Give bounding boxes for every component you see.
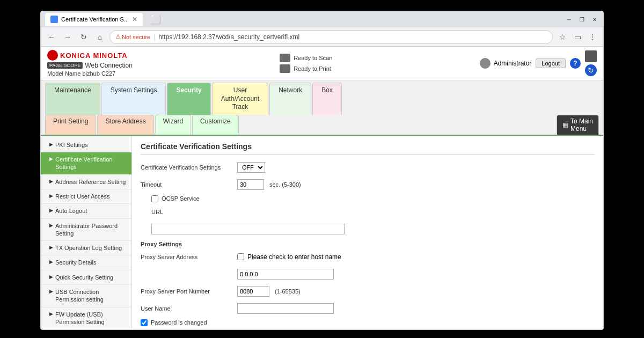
main-menu-grid-icon: ▦ bbox=[562, 121, 568, 129]
timeout-hint: sec. (5-300) bbox=[269, 181, 301, 188]
proxy-host-check-area: Please check to enter host name bbox=[237, 253, 341, 261]
konica-logo: KONICA MINOLTA bbox=[47, 50, 133, 61]
proxy-host-check-label: Please check to enter host name bbox=[247, 253, 341, 261]
logout-button[interactable]: Logout bbox=[536, 58, 566, 68]
content-title: Certificate Verification Settings bbox=[141, 142, 595, 155]
tab-box[interactable]: Box bbox=[312, 83, 342, 115]
content-wrapper: Certificate Verification Settings Certif… bbox=[132, 136, 603, 329]
minimize-button[interactable]: ─ bbox=[565, 15, 573, 24]
web-connection-text: Web Connection bbox=[85, 62, 133, 69]
cert-verification-control: OFF ON bbox=[237, 162, 265, 173]
sidebar-label-usb: USB Connection Permission setting bbox=[55, 288, 126, 304]
subtab-main-menu[interactable]: ▦ To MainMenu bbox=[557, 115, 599, 135]
arrow-icon: ▶ bbox=[49, 193, 53, 200]
bookmark-button[interactable]: ☆ bbox=[556, 31, 569, 43]
sidebar-item-restrict-user[interactable]: ▶ Restrict User Access bbox=[41, 189, 131, 204]
security-indicator: ⚠ Not secure bbox=[115, 33, 150, 40]
proxy-port-control: (1-65535) bbox=[237, 286, 301, 297]
content-area: Certificate Verification Settings Certif… bbox=[132, 136, 603, 329]
back-button[interactable]: ← bbox=[45, 31, 58, 43]
help-button[interactable]: ? bbox=[570, 58, 581, 69]
sidebar-item-security-details[interactable]: ▶ Security Details bbox=[41, 255, 131, 270]
cert-verification-row: Certificate Verification Settings OFF ON bbox=[141, 161, 595, 174]
ocsp-row: OCSP Service bbox=[141, 195, 595, 202]
tab-area: Certificate Verification S... ✕ ⬜ bbox=[45, 13, 561, 26]
arrow-icon: ▶ bbox=[49, 245, 53, 251]
main-menu-label: To MainMenu bbox=[570, 117, 593, 133]
device-status: Ready to Scan Ready to Print bbox=[280, 54, 332, 73]
tab-network[interactable]: Network bbox=[269, 83, 311, 115]
cert-verification-label: Certificate Verification Settings bbox=[141, 164, 237, 171]
tab-security[interactable]: Security bbox=[167, 83, 210, 115]
admin-avatar bbox=[480, 58, 491, 69]
pagescope-badge: PAGE SCOPE bbox=[47, 62, 83, 69]
reload-button[interactable]: ↻ bbox=[77, 31, 90, 43]
sidebar-item-pki[interactable]: ▶ PKI Settings bbox=[41, 138, 131, 152]
print-status-text: Ready to Print bbox=[294, 65, 331, 72]
tab-close-button[interactable]: ✕ bbox=[132, 16, 137, 23]
address-bar[interactable]: ⚠ Not secure | https://192.168.2.37/wcd/… bbox=[109, 30, 553, 44]
active-tab[interactable]: Certificate Verification S... ✕ bbox=[45, 13, 143, 26]
browser-toolbar: ← → ↻ ⌂ ⚠ Not secure | https://192.168.2… bbox=[41, 27, 603, 47]
browser-titlebar: Certificate Verification S... ✕ ⬜ ─ ❐ ✕ bbox=[41, 11, 603, 27]
sidebar-item-usb-permission[interactable]: ▶ USB Connection Permission setting bbox=[41, 285, 131, 307]
subtab-wizard[interactable]: Wizard bbox=[155, 115, 191, 135]
sidebar-label-fw: FW Update (USB) Permission Setting bbox=[55, 311, 126, 326]
arrow-icon-active: ▶ bbox=[49, 156, 53, 163]
url-input[interactable] bbox=[151, 224, 345, 234]
cast-button[interactable]: ▭ bbox=[571, 31, 584, 43]
sidebar-item-fw-update[interactable]: ▶ FW Update (USB) Permission Setting bbox=[41, 307, 131, 329]
print-status: Ready to Print bbox=[280, 64, 332, 73]
url-label: URL bbox=[151, 209, 248, 215]
sidebar-label-address-ref: Address Reference Setting bbox=[55, 178, 126, 186]
sidebar-label-cert: Certificate Verification Settings bbox=[55, 156, 126, 171]
sidebar-label-tx-log: TX Operation Log Setting bbox=[55, 244, 122, 252]
sidebar-item-address-reference[interactable]: ▶ Address Reference Setting bbox=[41, 175, 131, 189]
scan-status-text: Ready to Scan bbox=[294, 55, 332, 61]
sidebar-item-admin-password[interactable]: ▶ Administrator Password Setting bbox=[41, 219, 131, 241]
sidebar-item-tx-log[interactable]: ▶ TX Operation Log Setting bbox=[41, 241, 131, 255]
subtab-customize[interactable]: Customize bbox=[192, 115, 239, 135]
sidebar-label-security-details: Security Details bbox=[55, 259, 96, 266]
tab-user-auth[interactable]: UserAuth/AccountTrack bbox=[212, 83, 268, 115]
timeout-input[interactable] bbox=[237, 179, 264, 190]
password-changed-checkbox[interactable] bbox=[141, 319, 148, 326]
subtab-store-address[interactable]: Store Address bbox=[97, 115, 153, 135]
timeout-row: Timeout sec. (5-300) bbox=[141, 178, 595, 191]
timeout-label: Timeout bbox=[141, 181, 237, 188]
sidebar-label-admin-password: Administrator Password Setting bbox=[55, 222, 126, 238]
window-controls: ─ ❐ ✕ bbox=[565, 15, 599, 24]
cert-verification-select[interactable]: OFF ON bbox=[237, 162, 265, 173]
url-row: URL bbox=[141, 205, 595, 218]
tab-maintenance[interactable]: Maintenance bbox=[45, 83, 100, 115]
logo-area: KONICA MINOLTA PAGE SCOPE Web Connection… bbox=[47, 50, 133, 77]
page-header: KONICA MINOLTA PAGE SCOPE Web Connection… bbox=[41, 47, 603, 80]
tab-system-settings[interactable]: System Settings bbox=[101, 83, 166, 115]
restore-button[interactable]: ❐ bbox=[577, 15, 586, 24]
scan-status: Ready to Scan bbox=[280, 54, 332, 62]
ocsp-checkbox[interactable] bbox=[151, 195, 158, 202]
proxy-ip-input[interactable] bbox=[237, 269, 334, 280]
username-input[interactable] bbox=[237, 303, 334, 314]
proxy-host-checkbox[interactable] bbox=[237, 253, 244, 260]
proxy-port-input[interactable] bbox=[237, 286, 269, 297]
proxy-port-hint: (1-65535) bbox=[275, 288, 301, 295]
proxy-server-row: Proxy Server Address Please check to ent… bbox=[141, 251, 595, 263]
home-button[interactable]: ⌂ bbox=[93, 31, 106, 43]
scan-icon bbox=[280, 54, 290, 62]
username-row: User Name bbox=[141, 302, 595, 315]
new-tab-button[interactable]: ⬜ bbox=[145, 13, 166, 26]
sidebar-item-auto-logout[interactable]: ▶ Auto Logout bbox=[41, 204, 131, 218]
sidebar-item-quick-security[interactable]: ▶ Quick Security Setting bbox=[41, 270, 131, 285]
refresh-icon[interactable]: ↻ bbox=[585, 64, 597, 76]
header-icons: ↻ bbox=[585, 50, 597, 76]
arrow-icon: ▶ bbox=[49, 179, 53, 185]
sidebar-item-cert-verification[interactable]: ▶ Certificate Verification Settings bbox=[41, 152, 131, 175]
forward-button[interactable]: → bbox=[61, 31, 74, 43]
subtab-print-setting[interactable]: Print Setting bbox=[45, 115, 96, 135]
close-button[interactable]: ✕ bbox=[590, 15, 599, 24]
header-center: Ready to Scan Ready to Print bbox=[280, 54, 332, 73]
menu-button[interactable]: ⋮ bbox=[586, 31, 599, 43]
proxy-server-label: Proxy Server Address bbox=[141, 254, 237, 260]
url-display: https://192.168.2.37/wcd/a_security_cert… bbox=[158, 33, 299, 41]
